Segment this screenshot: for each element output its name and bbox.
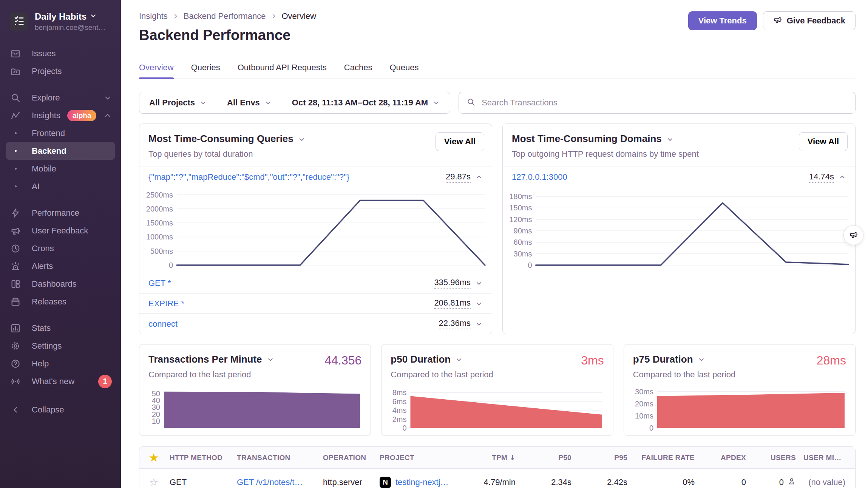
- queries-duration-chart[interactable]: 0500ms1000ms1500ms2000ms2500ms: [144, 189, 487, 269]
- floating-feedback-button[interactable]: [843, 225, 863, 245]
- bullet-icon: [15, 132, 17, 134]
- card-subtitle: Top outgoing HTTP request domains by tim…: [512, 149, 846, 159]
- view-all-domains-button[interactable]: View All: [799, 132, 848, 151]
- sidebar-item-mobile[interactable]: Mobile: [0, 160, 121, 178]
- column-header-failure-rate[interactable]: FAILURE RATE: [631, 454, 698, 462]
- sidebar-item-releases[interactable]: Releases: [0, 293, 121, 310]
- chevron-down-icon[interactable]: [298, 136, 306, 143]
- column-header-tpm[interactable]: TPM ↓: [467, 453, 519, 462]
- sidebar-item-help[interactable]: Help: [0, 355, 121, 372]
- sidebar-item-stats[interactable]: Stats: [0, 319, 121, 337]
- sidebar-item-performance[interactable]: Performance: [0, 204, 121, 222]
- sidebar-item-backend[interactable]: Backend: [6, 142, 115, 160]
- tab-caches[interactable]: Caches: [344, 63, 372, 79]
- chevron-down-icon[interactable]: [698, 356, 705, 363]
- issues-icon: [10, 48, 21, 59]
- query-total-time[interactable]: 22.36ms: [439, 318, 471, 329]
- breadcrumb-insights[interactable]: Insights: [139, 11, 168, 21]
- svg-text:2500ms: 2500ms: [146, 191, 173, 199]
- query-link[interactable]: EXPIRE *: [148, 299, 184, 309]
- query-total-time[interactable]: 29.87s: [446, 172, 471, 183]
- column-header-transaction[interactable]: TRANSACTION: [233, 454, 319, 462]
- svg-text:120ms: 120ms: [509, 215, 532, 224]
- view-all-queries-button[interactable]: View All: [436, 132, 484, 151]
- p75-chart[interactable]: 010ms20ms30ms: [633, 386, 846, 432]
- query-total-time[interactable]: 206.81ms: [434, 298, 471, 309]
- chevron-down-icon: [90, 11, 97, 22]
- sidebar-item-alerts[interactable]: Alerts: [0, 257, 121, 275]
- search-transactions-input[interactable]: [481, 97, 848, 108]
- sidebar-item-crons[interactable]: Crons: [0, 239, 121, 257]
- chevron-down-icon[interactable]: [666, 136, 674, 143]
- sidebar-collapse-button[interactable]: Collapse: [0, 397, 121, 419]
- sidebar-item-frontend[interactable]: Frontend: [0, 124, 121, 142]
- table-header-row: ★ HTTP METHOD TRANSACTION OPERATION PROJ…: [139, 447, 855, 469]
- chevron-up-icon[interactable]: [475, 173, 483, 181]
- chevron-down-icon[interactable]: [475, 280, 483, 287]
- svg-text:60ms: 60ms: [514, 238, 532, 247]
- sidebar-item-dashboards[interactable]: Dashboards: [0, 275, 121, 293]
- sidebar-item-whats-new[interactable]: What's new 1: [0, 372, 121, 390]
- date-range-filter[interactable]: Oct 28, 11:13 AM–Oct 28, 11:19 AM: [282, 92, 450, 113]
- sidebar-item-ai[interactable]: AI: [0, 178, 121, 195]
- query-link[interactable]: GET *: [148, 278, 171, 288]
- chevron-down-icon[interactable]: [475, 300, 483, 307]
- column-header-users[interactable]: USERS: [750, 454, 800, 462]
- tab-queries[interactable]: Queries: [191, 63, 220, 79]
- environment-filter[interactable]: All Envs: [217, 92, 282, 113]
- sidebar-item-projects[interactable]: Projects: [0, 62, 121, 80]
- tab-overview[interactable]: Overview: [139, 63, 174, 79]
- query-total-time[interactable]: 335.96ms: [434, 278, 471, 289]
- sidebar-item-settings[interactable]: Settings: [0, 337, 121, 355]
- column-header-project[interactable]: PROJECT: [376, 454, 467, 462]
- sidebar-item-insights[interactable]: Insights alpha: [0, 107, 121, 124]
- p50-chart[interactable]: 02ms4ms6ms8ms: [391, 386, 604, 432]
- tpm-chart[interactable]: 1020304050: [148, 386, 361, 432]
- svg-text:500ms: 500ms: [150, 247, 173, 255]
- star-icon[interactable]: ★: [139, 452, 166, 464]
- svg-text:30ms: 30ms: [514, 250, 532, 258]
- svg-text:20ms: 20ms: [635, 400, 653, 408]
- chevron-down-icon[interactable]: [267, 356, 274, 363]
- chevron-down-icon: [432, 99, 440, 107]
- users-cell: 0: [750, 477, 800, 488]
- svg-text:6ms: 6ms: [392, 397, 407, 406]
- star-outline-icon[interactable]: ☆: [139, 476, 166, 488]
- sidebar-item-label: AI: [32, 182, 40, 191]
- column-header-user-misery[interactable]: USER MISERY: [800, 454, 855, 462]
- transaction-link[interactable]: GET /v1/notes/t…: [233, 477, 319, 487]
- chevron-down-icon[interactable]: [455, 356, 463, 363]
- sidebar-item-issues[interactable]: Issues: [0, 45, 121, 62]
- project-link[interactable]: testing-nextj…: [395, 477, 449, 487]
- query-link[interactable]: {"map":"?","mapReduce":"$cmd","out":"?",…: [148, 172, 349, 182]
- chevron-up-icon[interactable]: [839, 173, 846, 181]
- breadcrumb: Insights Backend Performance Overview: [139, 11, 316, 21]
- column-header-operation[interactable]: OPERATION: [319, 454, 376, 462]
- user-icon: [788, 477, 796, 488]
- app-root: Daily Habits benjamin.coe@sent… Issues: [0, 0, 868, 488]
- column-header-p95[interactable]: P95: [575, 454, 631, 462]
- svg-text:0: 0: [528, 261, 532, 269]
- chevron-down-icon[interactable]: [475, 320, 483, 328]
- domain-link[interactable]: 127.0.0.1:3000: [512, 172, 567, 182]
- domains-duration-chart[interactable]: 030ms60ms90ms120ms150ms180ms: [507, 189, 850, 269]
- give-feedback-button[interactable]: Give Feedback: [763, 11, 856, 30]
- domain-total-time[interactable]: 14.74s: [809, 172, 834, 183]
- tab-queues[interactable]: Queues: [389, 63, 419, 79]
- sidebar-item-explore[interactable]: Explore: [0, 89, 121, 107]
- org-switcher[interactable]: Daily Habits benjamin.coe@sent…: [0, 11, 121, 32]
- column-header-apdex[interactable]: APDEX: [698, 454, 750, 462]
- column-header-http-method[interactable]: HTTP METHOD: [166, 454, 233, 462]
- breadcrumb-backend-performance[interactable]: Backend Performance: [184, 11, 266, 21]
- column-header-p50[interactable]: P50: [519, 454, 575, 462]
- tab-outbound-api-requests[interactable]: Outbound API Requests: [238, 63, 327, 79]
- sidebar-item-label: Alerts: [32, 261, 53, 271]
- query-link[interactable]: connect: [148, 319, 178, 329]
- nextjs-icon: N: [380, 477, 391, 488]
- view-trends-button[interactable]: View Trends: [688, 11, 757, 30]
- transactions-table: ★ HTTP METHOD TRANSACTION OPERATION PROJ…: [139, 446, 856, 488]
- sidebar-item-user-feedback[interactable]: User Feedback: [0, 222, 121, 239]
- metric-title: p50 Duration: [391, 354, 451, 365]
- search-transactions-box: [459, 92, 856, 114]
- project-filter[interactable]: All Projects: [139, 92, 217, 113]
